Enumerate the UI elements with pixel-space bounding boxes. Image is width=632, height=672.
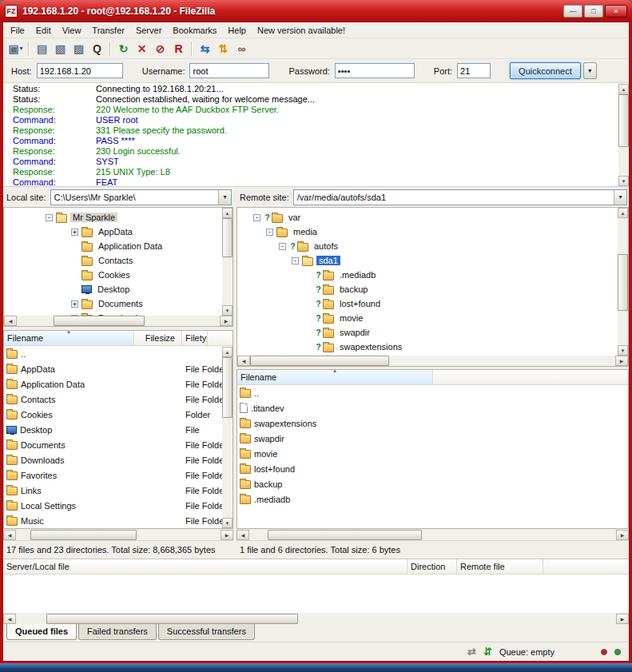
toggle-queue-button[interactable]: Q: [88, 40, 106, 58]
menu-transfer[interactable]: Transfer: [86, 23, 130, 38]
scroll-track[interactable]: [250, 356, 615, 366]
local-tree-node-documents[interactable]: +Documents: [4, 296, 233, 311]
close-button[interactable]: ×: [605, 5, 627, 18]
menu-edit[interactable]: Edit: [30, 23, 57, 38]
scroll-track[interactable]: [618, 218, 628, 345]
remote-tree-node-swapextensions[interactable]: ?swapextensions: [237, 340, 628, 354]
remote-tree-scrollbar-vertical[interactable]: ▲▼: [618, 208, 628, 356]
encryption-icon[interactable]: ⇄: [467, 646, 476, 658]
disconnect-button[interactable]: ⊘: [151, 40, 169, 58]
new-version-notice[interactable]: New version available!: [252, 23, 351, 38]
collapse-icon[interactable]: -: [266, 229, 273, 236]
local-file-row-application-data[interactable]: Application DataFile Folder: [4, 376, 233, 392]
title-bar[interactable]: FZ 192.168.1.20 - root@192.168.1.20 - Fi…: [0, 0, 632, 22]
scroll-right-icon[interactable]: ▶: [616, 530, 629, 540]
local-column-header-filename[interactable]: Filename▴: [4, 331, 134, 345]
find-files-button[interactable]: ∞: [233, 40, 251, 58]
scroll-thumb[interactable]: [250, 356, 389, 366]
tab-failed-transfers[interactable]: Failed transfers: [78, 624, 157, 640]
remote-tree-node-media[interactable]: -media: [237, 225, 628, 239]
queue-body[interactable]: [3, 575, 629, 613]
scroll-right-icon[interactable]: ▶: [221, 530, 233, 540]
scroll-down-icon[interactable]: ▼: [222, 305, 233, 316]
maximize-button[interactable]: □: [584, 5, 603, 18]
local-tree-node-application-data[interactable]: Application Data: [4, 239, 233, 253]
remote-column-header-filename[interactable]: Filename▴: [237, 370, 433, 384]
scroll-left-icon[interactable]: ◀: [3, 530, 16, 540]
expand-icon[interactable]: +: [71, 300, 78, 308]
transfer-mode-icon[interactable]: ⇵: [483, 646, 492, 658]
queue-column-header-direction[interactable]: Direction: [407, 559, 457, 574]
scroll-track[interactable]: [17, 316, 220, 326]
queue-scrollbar-horizontal[interactable]: ◀▶: [3, 614, 629, 624]
quickconnect-button[interactable]: Quickconnect: [510, 62, 581, 79]
scroll-up-icon[interactable]: ▲: [618, 84, 629, 94]
collapse-icon[interactable]: -: [46, 214, 53, 221]
directory-comparison-button[interactable]: ⇆: [196, 40, 214, 58]
toggle-message-log-button[interactable]: ▤: [33, 40, 51, 58]
expand-icon[interactable]: +: [71, 229, 78, 236]
collapse-icon[interactable]: -: [253, 214, 260, 221]
site-manager-button[interactable]: ▣▾: [6, 40, 25, 58]
scroll-left-icon[interactable]: ◀: [4, 316, 17, 326]
local-file-row-favorites[interactable]: FavoritesFile Folder: [4, 467, 233, 483]
remote-file-row-backup[interactable]: backup: [237, 476, 628, 491]
quickconnect-dropdown-button[interactable]: ▾: [583, 62, 597, 79]
remote-file-row-lost-found[interactable]: lost+found: [237, 461, 628, 476]
remote-tree-node-mediadb[interactable]: ?.mediadb: [237, 268, 628, 282]
local-tree-node-contacts[interactable]: Contacts: [4, 253, 233, 268]
port-input[interactable]: [457, 63, 491, 78]
scroll-thumb[interactable]: [54, 316, 145, 326]
remote-file-row-mediadb[interactable]: .mediadb: [237, 491, 628, 507]
scroll-thumb[interactable]: [222, 357, 233, 418]
scroll-down-icon[interactable]: ▼: [222, 518, 233, 528]
chevron-down-icon[interactable]: ▾: [614, 190, 626, 205]
local-file-row-cookies[interactable]: CookiesFolder: [4, 407, 233, 422]
local-column-header-filesize[interactable]: Filesize: [134, 331, 182, 345]
remote-tree-node-movie[interactable]: ?movie: [237, 311, 628, 325]
collapse-icon[interactable]: -: [279, 243, 286, 250]
tab-successful-transfers[interactable]: Successful transfers: [158, 624, 255, 640]
local-file-row-desktop[interactable]: DesktopFile: [4, 422, 233, 437]
scroll-left-icon[interactable]: ◀: [237, 530, 249, 540]
remote-file-row-swapdir[interactable]: swapdir: [237, 431, 628, 446]
toggle-local-tree-button[interactable]: ▧: [51, 40, 70, 58]
scroll-track[interactable]: [222, 218, 233, 305]
scroll-up-icon[interactable]: ▲: [618, 208, 628, 218]
cancel-button[interactable]: ✕: [133, 40, 151, 58]
scroll-track[interactable]: [249, 530, 616, 540]
menu-bookmarks[interactable]: Bookmarks: [167, 23, 222, 38]
username-input[interactable]: [189, 63, 269, 78]
scroll-thumb[interactable]: [30, 530, 137, 540]
remote-tree-node-lost-found[interactable]: ?lost+found: [237, 296, 628, 311]
scroll-track[interactable]: [618, 94, 629, 176]
remote-site-combo[interactable]: /var/media/autofs/sda1 ▾: [293, 189, 627, 205]
menu-view[interactable]: View: [57, 23, 87, 38]
refresh-button[interactable]: ↻: [114, 40, 133, 58]
scroll-track[interactable]: [222, 357, 233, 518]
chevron-down-icon[interactable]: ▾: [20, 45, 23, 52]
local-tree-scrollbar-horizontal[interactable]: ◀▶: [4, 316, 233, 326]
host-input[interactable]: [37, 63, 123, 78]
scroll-up-icon[interactable]: ▲: [222, 208, 233, 218]
remote-tree-node-autofs[interactable]: -?autofs: [237, 239, 628, 253]
menu-server[interactable]: Server: [130, 23, 167, 38]
scroll-down-icon[interactable]: ▼: [618, 345, 628, 356]
local-file-row-music[interactable]: MusicFile Folder: [4, 513, 233, 528]
scroll-track[interactable]: [16, 530, 221, 540]
scroll-down-icon[interactable]: ▼: [618, 176, 629, 186]
password-input[interactable]: [335, 63, 415, 78]
chevron-down-icon[interactable]: ▾: [218, 190, 231, 205]
local-file-row-downloads[interactable]: DownloadsFile Folder: [4, 452, 233, 467]
local-tree-node-mr-sparkle[interactable]: -Mr Sparkle: [4, 210, 233, 225]
reconnect-button[interactable]: R: [169, 40, 188, 58]
local-site-combo[interactable]: C:\Users\Mr Sparkle\ ▾: [50, 189, 232, 205]
local-tree-node-appdata[interactable]: +AppData: [4, 225, 233, 239]
remote-file-row-item[interactable]: ..: [237, 385, 628, 400]
local-tree-scrollbar-vertical[interactable]: ▲▼: [222, 208, 233, 316]
remote-tree-node-backup[interactable]: ?backup: [237, 282, 628, 296]
scroll-thumb[interactable]: [222, 218, 233, 257]
log-scrollbar-vertical[interactable]: ▲▼: [618, 84, 629, 186]
toggle-remote-tree-button[interactable]: ▨: [70, 40, 88, 58]
remote-file-row-swapextensions[interactable]: swapextensions: [237, 416, 628, 431]
